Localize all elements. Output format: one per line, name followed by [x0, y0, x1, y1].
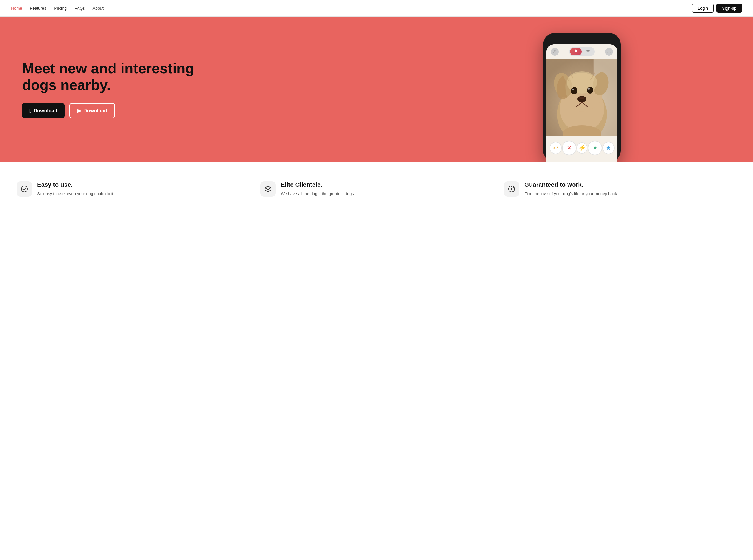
svg-point-0 — [554, 50, 556, 52]
phone-notch — [569, 37, 594, 43]
fire-toggle-active[interactable] — [570, 48, 582, 55]
apple-icon:  — [30, 108, 31, 114]
phone-mockup-wrapper: ↩ ✕ ⚡ ♥ ★ — [433, 33, 731, 162]
profile-icon — [551, 48, 559, 56]
feature-elite-clientele: Elite Clientele. We have all the dogs, t… — [260, 181, 493, 197]
feature-easy-to-use: Easy to use. So easy to use, even your d… — [17, 181, 249, 197]
features-section: Easy to use. So easy to use, even your d… — [0, 162, 753, 214]
svg-point-15 — [587, 87, 593, 94]
svg-point-21 — [21, 186, 27, 192]
nav-pricing[interactable]: Pricing — [54, 6, 67, 11]
nav-about[interactable]: About — [93, 6, 103, 11]
apple-download-button[interactable]:  Download — [22, 103, 64, 118]
svg-line-25 — [513, 187, 514, 187]
elite-clientele-text: Elite Clientele. We have all the dogs, t… — [281, 181, 355, 197]
svg-point-14 — [571, 87, 578, 94]
hero-text: Meet new and interesting dogs nearby.  … — [22, 60, 341, 135]
boost-button[interactable]: ⚡ — [576, 142, 587, 154]
signup-button[interactable]: Sign-up — [716, 4, 742, 13]
group-toggle-inactive[interactable] — [582, 48, 594, 55]
dog-photo — [546, 59, 617, 136]
svg-point-19 — [579, 97, 585, 99]
hero-buttons:  Download ▶ Download — [22, 103, 341, 118]
chat-icon — [605, 48, 613, 56]
nav-features[interactable]: Features — [30, 6, 46, 11]
svg-rect-3 — [607, 50, 611, 53]
like-button[interactable]: ♥ — [588, 141, 602, 155]
svg-point-16 — [572, 88, 574, 90]
elite-clientele-icon — [260, 181, 276, 197]
svg-point-23 — [511, 188, 513, 190]
phone-toolbar — [546, 44, 617, 59]
nav-auth-buttons: Login Sign-up — [692, 4, 742, 13]
phone-screen: ↩ ✕ ⚡ ♥ ★ — [546, 44, 617, 162]
nav-faqs[interactable]: FAQs — [75, 6, 85, 11]
dislike-button[interactable]: ✕ — [562, 141, 576, 155]
easy-to-use-text: Easy to use. So easy to use, even your d… — [37, 181, 114, 197]
feature-guaranteed: Guaranteed to work. Find the love of you… — [504, 181, 736, 197]
phone-action-buttons: ↩ ✕ ⚡ ♥ ★ — [546, 136, 617, 162]
rewind-button[interactable]: ↩ — [549, 142, 562, 154]
guaranteed-icon — [504, 181, 519, 197]
hero-headline: Meet new and interesting dogs nearby. — [22, 60, 341, 94]
superlike-button[interactable]: ★ — [602, 142, 615, 154]
guaranteed-text: Guaranteed to work. Find the love of you… — [524, 181, 618, 197]
phone-mockup: ↩ ✕ ⚡ ♥ ★ — [543, 33, 621, 162]
hero-section: Meet new and interesting dogs nearby.  … — [0, 17, 753, 162]
google-download-button[interactable]: ▶ Download — [70, 103, 115, 118]
svg-point-17 — [588, 88, 590, 89]
easy-to-use-icon — [17, 181, 32, 197]
nav-home[interactable]: Home — [11, 6, 22, 11]
navbar: Home Features Pricing FAQs About Login S… — [0, 0, 753, 17]
svg-point-1 — [586, 50, 588, 52]
login-button[interactable]: Login — [692, 4, 714, 13]
nav-links: Home Features Pricing FAQs About — [11, 6, 103, 11]
svg-point-2 — [588, 50, 590, 52]
view-toggle[interactable] — [569, 47, 595, 56]
playstore-icon: ▶ — [77, 108, 81, 114]
